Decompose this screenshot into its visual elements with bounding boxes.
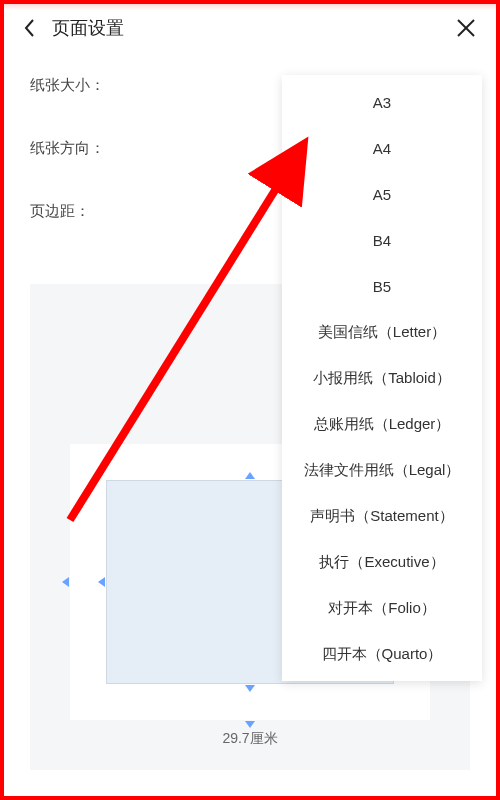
close-button[interactable]	[452, 14, 480, 42]
paper-size-dropdown: A3A4A5B4B5美国信纸（Letter）小报用纸（Tabloid）总账用纸（…	[282, 75, 482, 681]
paper-size-option[interactable]: 小报用纸（Tabloid）	[282, 355, 482, 401]
paper-size-option[interactable]: 对开本（Folio）	[282, 585, 482, 631]
paper-height-label: 29.7厘米	[30, 730, 470, 748]
header: 页面设置	[0, 0, 500, 56]
paper-size-option[interactable]: A5	[282, 171, 482, 217]
margin-handle-left[interactable]	[98, 577, 105, 587]
page-title: 页面设置	[52, 16, 124, 40]
back-button[interactable]	[16, 14, 44, 42]
paper-size-option[interactable]: 美国信纸（Letter）	[282, 309, 482, 355]
page-handle-left[interactable]	[62, 577, 69, 587]
margin-handle-top[interactable]	[245, 472, 255, 479]
paper-size-option[interactable]: B5	[282, 263, 482, 309]
watermark: Baidu经验	[413, 771, 488, 790]
paper-size-option[interactable]: 四开本（Quarto）	[282, 631, 482, 677]
paper-size-option[interactable]: B4	[282, 217, 482, 263]
paper-size-option[interactable]: A4	[282, 125, 482, 171]
paper-size-option[interactable]: 执行（Executive）	[282, 539, 482, 585]
paper-size-option[interactable]: 声明书（Statement）	[282, 493, 482, 539]
paper-size-option[interactable]: A3	[282, 79, 482, 125]
paper-size-option[interactable]: 法律文件用纸（Legal）	[282, 447, 482, 493]
margin-handle-bottom[interactable]	[245, 685, 255, 692]
page-handle-bottom[interactable]	[245, 721, 255, 728]
paper-size-option[interactable]: 总账用纸（Ledger）	[282, 401, 482, 447]
